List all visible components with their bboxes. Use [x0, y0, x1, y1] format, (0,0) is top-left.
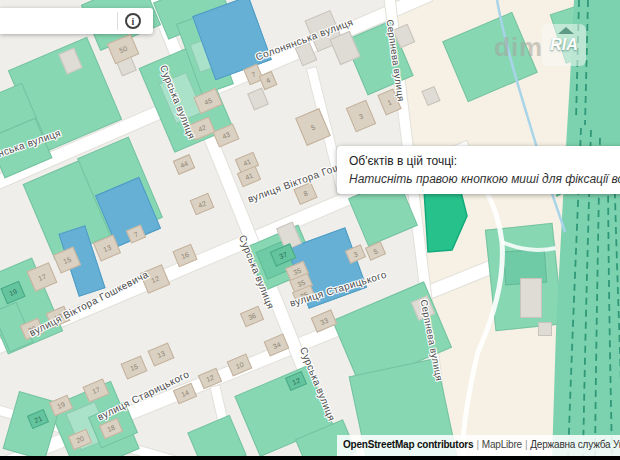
- building: [520, 278, 542, 318]
- map-canvas[interactable]: 50 7 4 5 3 1 45 42 43 41 41 42 8 44 17 1…: [0, 0, 620, 460]
- building: [538, 322, 552, 336]
- dim-watermark: dim: [494, 32, 543, 63]
- ria-logo: RIA: [542, 24, 586, 66]
- toolbar-divider: [117, 12, 118, 30]
- attribution-bar: OpenStreetMap contributors|MapLibre|Держ…: [337, 435, 620, 456]
- attribution-separator: |: [476, 439, 478, 450]
- info-icon: i: [132, 16, 135, 27]
- maplibre-attribution-link[interactable]: MapLibre: [482, 439, 522, 450]
- map-tooltip: Об'єктів в цій точці: Натисніть правою к…: [337, 146, 620, 194]
- building: 44: [173, 154, 195, 175]
- tooltip-title: Об'єктів в цій точці:: [349, 154, 620, 168]
- tooltip-hint: Натисніть правою кнопкою миші для фіксац…: [349, 172, 620, 186]
- bottom-black-strip: [0, 456, 620, 460]
- building: 42: [190, 193, 215, 216]
- ria-logo-text: RIA: [550, 36, 578, 54]
- building: 15: [121, 355, 148, 379]
- osm-attribution-link[interactable]: OpenStreetMap contributors: [343, 439, 473, 450]
- park-area: [187, 415, 247, 460]
- info-button[interactable]: i: [125, 13, 141, 29]
- gov-attribution-link[interactable]: Державна служба України з: [530, 439, 620, 450]
- building: 3: [346, 100, 376, 133]
- building: 13: [148, 342, 175, 366]
- map-toolbar: i: [0, 8, 153, 34]
- building: [247, 88, 269, 111]
- ria-roof-icon: [558, 27, 574, 34]
- building: 36: [240, 306, 264, 328]
- attribution-separator: |: [525, 439, 527, 450]
